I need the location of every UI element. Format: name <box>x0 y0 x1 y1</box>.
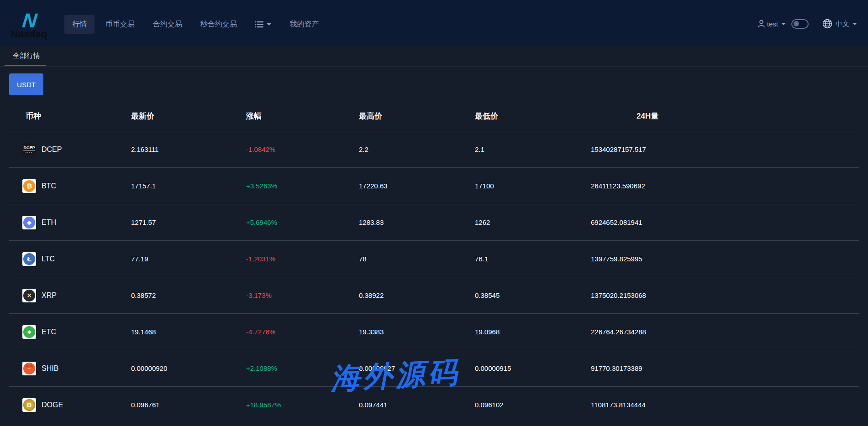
dcep-coin-icon: DCEP <box>22 143 36 156</box>
table-row[interactable]: ✕ XRP 0.38572 -3.173% 0.38922 0.38545 13… <box>9 277 859 314</box>
coin-name: XRP <box>42 291 57 300</box>
column-header-latest-price: 最新价 <box>131 111 246 121</box>
latest-price: 0.096761 <box>131 401 246 409</box>
high-price: 19.3383 <box>359 328 475 336</box>
low-price: 0.38545 <box>475 291 591 299</box>
low-price: 19.0968 <box>475 328 591 336</box>
table-header: 币种 最新价 涨幅 最高价 最低价 24H量 <box>9 101 859 131</box>
table-row[interactable]: ₿ BTC 17157.1 +3.5263% 17220.63 17100 26… <box>9 168 859 204</box>
navbar-right: test 中文 <box>758 19 857 29</box>
nav-item-contract-trade[interactable]: 合约交易 <box>145 15 189 34</box>
coin-cell: ✕ XRP <box>9 289 131 302</box>
volume-24h: 26411123.590692 <box>591 182 859 190</box>
volume-24h: 1397759.825995 <box>591 255 859 263</box>
brand-logo[interactable]: N Nasdaq <box>11 11 47 39</box>
coin-cell: ᵕ SHIB <box>9 362 131 375</box>
change-percent: -1.2031% <box>246 255 359 263</box>
latest-price: 19.1468 <box>131 328 246 336</box>
usdt-filter-button[interactable]: USDT <box>9 73 43 95</box>
coin-name: SHIB <box>42 364 58 373</box>
market-table: 币种 最新价 涨幅 最高价 最低价 24H量 DCEP DCEP 2.16311… <box>9 101 859 423</box>
market-content: USDT 币种 最新价 涨幅 最高价 最低价 24H量 DCEP DCEP 2.… <box>0 67 868 423</box>
low-price: 17100 <box>475 182 591 190</box>
list-icon <box>255 21 263 28</box>
table-body: DCEP DCEP 2.163111 -1.0842% 2.2 2.1 1534… <box>9 131 859 423</box>
coin-cell: ₿ BTC <box>9 179 131 193</box>
latest-price: 17157.1 <box>131 182 246 190</box>
column-header-low: 最低价 <box>475 111 591 121</box>
top-navbar: N Nasdaq 行情 币币交易 合约交易 秒合约交易 我的资产 tes <box>0 0 868 46</box>
latest-price: 0.00000920 <box>131 364 246 372</box>
coin-cell: Ł LTC <box>9 252 131 266</box>
nav-item-my-assets[interactable]: 我的资产 <box>282 15 326 34</box>
change-percent: +3.5263% <box>246 182 359 190</box>
change-percent: +18.9587% <box>246 401 359 409</box>
username: test <box>767 20 778 28</box>
language-menu[interactable]: 中文 <box>822 19 857 29</box>
nav-item-list-menu[interactable] <box>247 16 279 32</box>
coin-cell: ◆ ETH <box>9 216 131 229</box>
change-percent: -3.173% <box>246 291 359 299</box>
volume-24h: 1375020.2153068 <box>591 291 859 299</box>
low-price: 0.00000915 <box>475 364 591 372</box>
low-price: 2.1 <box>475 145 591 153</box>
nav-item-market[interactable]: 行情 <box>64 15 95 34</box>
change-percent: +2.1088% <box>246 364 359 372</box>
etc-coin-icon: ◆ <box>22 325 36 339</box>
nav-item-spot-trade[interactable]: 币币交易 <box>97 15 142 34</box>
toggle-knob <box>794 21 799 26</box>
doge-coin-icon: Ð <box>22 398 36 412</box>
coin-cell: Ð DOGE <box>9 398 131 412</box>
coin-name: ETH <box>42 218 56 227</box>
eth-coin-icon: ◆ <box>22 216 36 229</box>
user-icon <box>758 20 765 28</box>
volume-24h: 226764.26734288 <box>591 328 859 336</box>
latest-price: 77.19 <box>131 255 246 263</box>
tab-bar: 全部行情 <box>0 46 868 67</box>
latest-price: 0.38572 <box>131 291 246 299</box>
coin-cell: ◆ ETC <box>9 325 131 339</box>
nav-item-second-contract-trade[interactable]: 秒合约交易 <box>192 15 244 34</box>
volume-24h: 6924652.081941 <box>591 218 859 226</box>
chevron-down-icon <box>267 23 271 28</box>
tab-all-markets[interactable]: 全部行情 <box>13 46 40 66</box>
high-price: 17220.63 <box>359 182 475 190</box>
language-label: 中文 <box>836 20 849 28</box>
brand-logo-icon: N <box>21 11 37 30</box>
volume-24h: 91770.30173389 <box>591 364 859 372</box>
column-header-high: 最高价 <box>359 111 475 121</box>
high-price: 2.2 <box>359 145 475 153</box>
low-price: 1262 <box>475 218 591 226</box>
coin-name: DOGE <box>42 401 63 409</box>
column-header-coin: 币种 <box>9 111 131 121</box>
coin-name: BTC <box>42 182 56 190</box>
table-row[interactable]: Ð DOGE 0.096761 +18.9587% 0.097441 0.096… <box>9 387 859 423</box>
coin-cell: DCEP DCEP <box>9 143 131 156</box>
table-row[interactable]: ◆ ETC 19.1468 -4.7276% 19.3383 19.0968 2… <box>9 314 859 350</box>
volume-24h: 1108173.8134444 <box>591 401 859 409</box>
table-row[interactable]: ᵕ SHIB 0.00000920 +2.1088% 0.00000927 0.… <box>9 350 859 387</box>
change-percent: -4.7276% <box>246 328 359 336</box>
table-row[interactable]: ◆ ETH 1271.57 +5.6946% 1283.83 1262 6924… <box>9 204 859 241</box>
btc-coin-icon: ₿ <box>22 179 36 193</box>
column-header-volume: 24H量 <box>591 111 859 121</box>
shib-coin-icon: ᵕ <box>22 362 36 375</box>
table-row[interactable]: DCEP DCEP 2.163111 -1.0842% 2.2 2.1 1534… <box>9 131 859 168</box>
chevron-down-icon <box>852 23 857 27</box>
change-percent: -1.0842% <box>246 145 359 153</box>
coin-name: ETC <box>42 328 56 336</box>
high-price: 0.38922 <box>359 291 475 299</box>
latest-price: 2.163111 <box>131 145 246 153</box>
table-row[interactable]: Ł LTC 77.19 -1.2031% 78 76.1 1397759.825… <box>9 241 859 277</box>
column-header-change: 涨幅 <box>246 111 359 121</box>
xrp-coin-icon: ✕ <box>22 289 36 302</box>
theme-toggle[interactable] <box>791 19 809 29</box>
main-nav: 行情 币币交易 合约交易 秒合约交易 我的资产 <box>64 15 326 34</box>
low-price: 76.1 <box>475 255 591 263</box>
user-menu[interactable]: test <box>758 20 786 28</box>
globe-icon <box>822 19 832 29</box>
coin-name: LTC <box>42 255 55 263</box>
latest-price: 1271.57 <box>131 218 246 226</box>
high-price: 0.00000927 <box>359 364 475 372</box>
chevron-down-icon <box>781 23 786 27</box>
